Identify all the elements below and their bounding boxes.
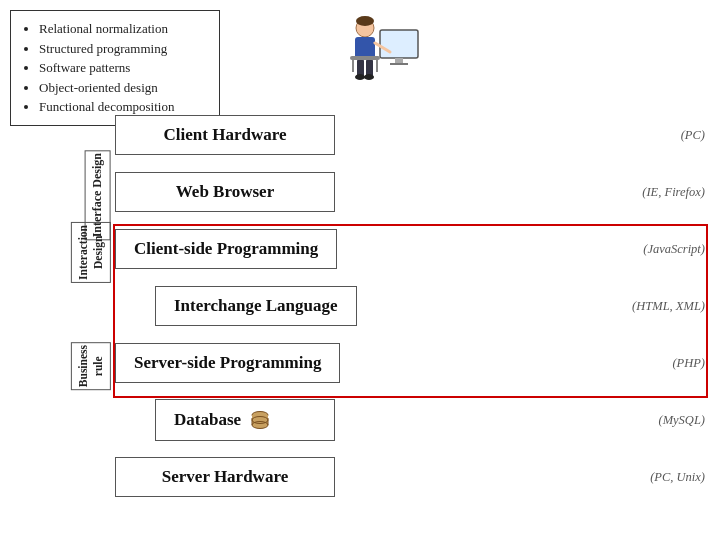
svg-rect-0 (380, 30, 418, 58)
svg-rect-5 (355, 37, 375, 59)
server-hardware-note: (PC, Unix) (650, 470, 705, 485)
label-interface-design: Interface Design (85, 167, 115, 224)
client-hardware-title: Client Hardware (164, 125, 287, 144)
row-client-side: Client-side Programming (JavaScript) (115, 224, 705, 274)
server-hardware-box: Server Hardware (115, 457, 335, 497)
row-interchange: Interchange Language (HTML, XML) (115, 281, 705, 331)
interchange-title: Interchange Language (174, 296, 338, 315)
label-interaction-design: InteractionDesign (71, 224, 115, 281)
row-client-hardware: Client Hardware (PC) (115, 110, 705, 160)
svg-point-4 (356, 16, 374, 26)
row-database: Database (MySQL) (115, 395, 705, 445)
svg-rect-2 (390, 63, 408, 65)
web-browser-box: Web Browser (115, 172, 335, 212)
database-icon (249, 409, 271, 431)
list-item-1: Relational normalization (39, 19, 207, 39)
diagram-wrapper: Interface Design InteractionDesign Busin… (0, 110, 720, 530)
person-illustration (330, 10, 430, 100)
client-hardware-box: Client Hardware (115, 115, 335, 155)
client-side-note: (JavaScript) (643, 242, 705, 257)
client-hardware-note: (PC) (681, 128, 705, 143)
software-concepts-list: Relational normalization Structured prog… (23, 19, 207, 117)
server-side-box: Server-side Programming (115, 343, 340, 383)
svg-point-9 (355, 74, 365, 80)
client-side-box: Client-side Programming (115, 229, 337, 269)
database-title: Database (174, 410, 241, 430)
list-item-4: Object-oriented design (39, 78, 207, 98)
bullet-list-box: Relational normalization Structured prog… (10, 10, 220, 126)
interchange-note: (HTML, XML) (632, 299, 705, 314)
server-side-title: Server-side Programming (134, 353, 321, 372)
row-web-browser: Web Browser (IE, Firefox) (115, 167, 705, 217)
row-server-hardware: Server Hardware (PC, Unix) (115, 452, 705, 502)
database-box: Database (155, 399, 335, 441)
list-item-2: Structured programming (39, 39, 207, 59)
server-hardware-title: Server Hardware (162, 467, 288, 486)
list-item-3: Software patterns (39, 58, 207, 78)
interchange-box: Interchange Language (155, 286, 357, 326)
server-side-note: (PHP) (672, 356, 705, 371)
tiers-content: Client Hardware (PC) Web Browser (IE, Fi… (115, 110, 720, 530)
web-browser-note: (IE, Firefox) (642, 185, 705, 200)
client-side-title: Client-side Programming (134, 239, 318, 258)
database-note: (MySQL) (658, 413, 705, 428)
row-server-side: Server-side Programming (PHP) (115, 338, 705, 388)
left-labels-column: Interface Design InteractionDesign Busin… (0, 110, 115, 530)
svg-rect-11 (350, 56, 380, 60)
business-rule-label: Businessrule (71, 342, 111, 390)
svg-point-10 (364, 74, 374, 80)
svg-rect-1 (395, 58, 403, 63)
interaction-design-label: InteractionDesign (71, 222, 111, 283)
label-business-rule: Businessrule (71, 338, 115, 395)
web-browser-title: Web Browser (176, 182, 274, 201)
